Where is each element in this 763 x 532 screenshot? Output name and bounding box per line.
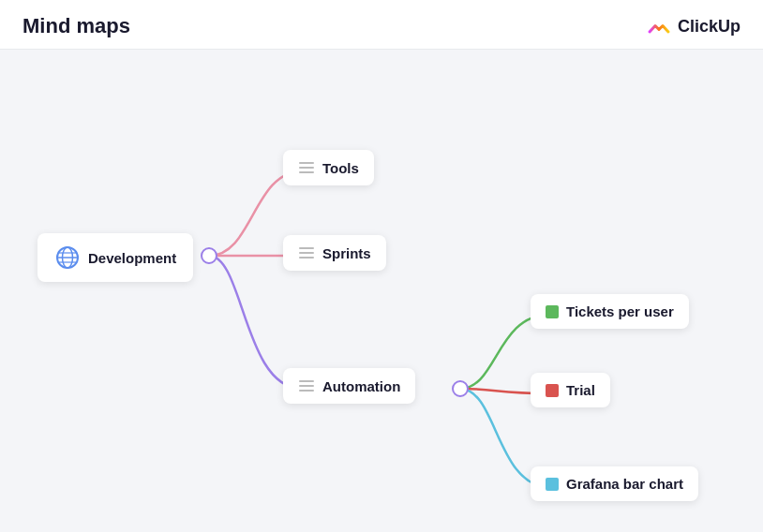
list-icon-sprints <box>298 244 315 261</box>
svg-rect-6 <box>299 167 314 169</box>
list-icon-tools <box>298 159 315 176</box>
tools-node: Tools <box>283 150 374 185</box>
svg-rect-9 <box>299 252 314 254</box>
svg-rect-11 <box>299 380 314 382</box>
development-node: Development <box>37 233 193 282</box>
svg-rect-13 <box>299 390 314 392</box>
connections-svg <box>0 50 763 527</box>
sprints-node: Sprints <box>283 235 386 271</box>
svg-rect-7 <box>299 171 314 173</box>
tickets-label: Tickets per user <box>566 303 674 319</box>
svg-rect-12 <box>299 385 314 387</box>
tools-label: Tools <box>322 160 359 176</box>
globe-icon <box>54 244 81 271</box>
automation-connector <box>452 380 469 397</box>
grafana-label: Grafana bar chart <box>566 476 683 492</box>
development-connector <box>201 247 217 264</box>
page-title: Mind maps <box>22 14 130 38</box>
logo-text: ClickUp <box>678 17 741 37</box>
svg-rect-8 <box>299 247 314 249</box>
svg-rect-10 <box>299 257 314 259</box>
svg-rect-5 <box>299 162 314 164</box>
development-label: Development <box>88 250 176 266</box>
list-icon-automation <box>298 377 315 394</box>
automation-label: Automation <box>322 378 400 394</box>
logo-area: ClickUp <box>646 13 741 39</box>
blue-square-icon <box>546 478 559 491</box>
red-square-icon <box>546 384 559 397</box>
clickup-logo-icon <box>646 13 672 39</box>
grafana-node: Grafana bar chart <box>531 466 698 501</box>
trial-label: Trial <box>566 382 595 398</box>
green-square-icon <box>546 305 559 318</box>
mindmap-area: Development Tools Sprints <box>0 50 763 527</box>
automation-node: Automation <box>283 368 415 404</box>
header: Mind maps ClickUp <box>0 0 763 50</box>
trial-node: Trial <box>531 373 610 407</box>
tickets-node: Tickets per user <box>531 294 689 329</box>
sprints-label: Sprints <box>322 245 371 261</box>
